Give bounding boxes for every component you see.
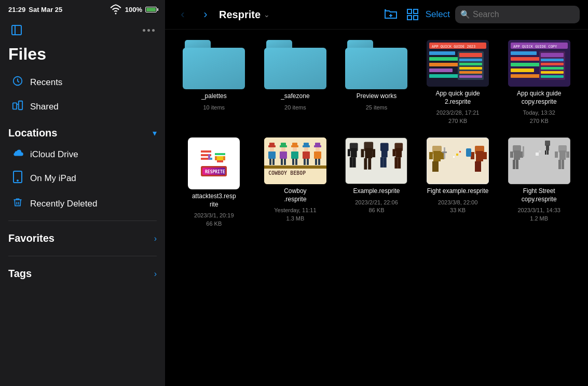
svg-rect-18 <box>429 51 455 55</box>
file-meta-example: 2023/2/21, 22:0686 KB <box>355 199 398 215</box>
file-item-preview-works[interactable]: Preview works 25 items <box>340 40 413 125</box>
svg-rect-64 <box>269 159 271 165</box>
svg-rect-109 <box>396 148 402 157</box>
svg-rect-130 <box>459 151 461 153</box>
folder-dropdown-chevron[interactable]: ⌄ <box>264 10 270 19</box>
svg-rect-87 <box>314 151 321 159</box>
svg-rect-75 <box>291 151 298 159</box>
sidebar-tags-section[interactable]: Tags › <box>0 260 165 287</box>
svg-rect-79 <box>304 143 309 147</box>
battery-icon <box>145 7 157 12</box>
svg-rect-139 <box>523 146 524 157</box>
svg-rect-33 <box>511 51 537 55</box>
file-item-attacktest3[interactable]: RESPRITE attacktest3.resprite 2023/3/1, … <box>177 137 251 228</box>
svg-rect-73 <box>292 143 297 147</box>
shared-icon <box>11 100 24 114</box>
file-item-palettes[interactable]: _palettes 10 items <box>177 40 251 125</box>
thumb-fight-street-copy <box>508 137 570 184</box>
file-item-app-quick-guide-2[interactable]: APP QUICK GUIDE 2023 App quick guide 2.r… <box>421 40 495 125</box>
svg-rect-111 <box>398 157 401 169</box>
svg-rect-46 <box>201 150 211 153</box>
forward-button[interactable]: › <box>196 5 215 24</box>
file-name-fight-example: Fight example.resprite <box>427 187 489 196</box>
svg-rect-89 <box>318 159 320 165</box>
svg-rect-26 <box>459 63 482 65</box>
svg-rect-143 <box>562 160 564 169</box>
svg-text:COWBOY BEBOP: COWBOY BEBOP <box>268 170 306 176</box>
file-meta-fight-street-copy: 2023/3/11, 14:331.2 MB <box>517 206 560 223</box>
svg-rect-29 <box>459 75 482 78</box>
svg-rect-86 <box>316 147 320 151</box>
svg-rect-125 <box>478 161 481 172</box>
svg-rect-85 <box>315 143 320 147</box>
file-item-cowboy[interactable]: COWBOY BEBOP Cowboy.resprite Yesterday, … <box>259 137 332 228</box>
thumb-cowboy: COWBOY BEBOP <box>264 137 326 184</box>
search-wrap: 🔍 <box>455 6 580 23</box>
svg-rect-134 <box>514 150 520 160</box>
folder-thumb-palettes <box>183 40 245 89</box>
svg-rect-14 <box>414 16 418 20</box>
file-item-fight-street-copy[interactable]: Fight Street copy.resprite 2023/3/11, 14… <box>502 137 576 228</box>
svg-rect-131 <box>453 156 455 158</box>
svg-rect-44 <box>541 75 564 78</box>
svg-rect-42 <box>541 67 564 70</box>
trash-icon <box>11 196 24 211</box>
file-meta-app-quick-guide-2: 2023/2/28, 17:21270 KB <box>436 109 480 125</box>
svg-point-7 <box>17 180 18 181</box>
sidebar-title: Files <box>0 43 165 70</box>
svg-rect-41 <box>541 63 564 65</box>
select-button[interactable]: Select <box>426 9 450 20</box>
svg-rect-105 <box>381 148 388 157</box>
sidebar-toggle-button[interactable] <box>8 22 25 38</box>
sidebar-item-recently-deleted[interactable]: Recently Deleted <box>3 191 162 216</box>
file-item-fight-example[interactable]: Fight example.resprite 2023/3/8, 22:0033… <box>421 137 495 228</box>
svg-rect-99 <box>365 148 373 158</box>
svg-rect-28 <box>459 71 482 74</box>
sidebar-item-icloud[interactable]: iCloud Drive <box>3 143 162 166</box>
svg-rect-103 <box>373 149 376 157</box>
top-bar-actions: Select 🔍 <box>382 6 580 23</box>
svg-rect-96 <box>353 157 356 168</box>
file-item-example[interactable]: Example.resprite 2023/2/21, 22:0686 KB <box>340 137 413 228</box>
svg-rect-68 <box>281 147 285 151</box>
file-meta-cowboy: Yesterday, 11:111.3 MB <box>274 206 316 223</box>
locations-title: Locations <box>8 127 57 139</box>
svg-rect-12 <box>414 9 418 13</box>
file-item-safezone[interactable]: _safezone 20 items <box>259 40 332 125</box>
sidebar-favorites-section[interactable]: Favorites › <box>0 225 165 252</box>
svg-rect-115 <box>433 151 441 161</box>
locations-chevron: ▾ <box>153 128 157 138</box>
svg-rect-101 <box>368 158 372 170</box>
sidebar-item-recents[interactable]: Recents <box>3 70 162 94</box>
locations-section-header[interactable]: Locations ▾ <box>0 119 165 143</box>
date: Sat Mar 25 <box>29 6 62 13</box>
thumb-attacktest3: RESPRITE <box>188 137 240 189</box>
more-options-button[interactable] <box>141 27 157 34</box>
file-meta-safezone: 20 items <box>284 104 306 112</box>
svg-rect-48 <box>201 158 208 160</box>
grid-view-button[interactable] <box>405 7 420 22</box>
add-folder-button[interactable] <box>382 7 400 22</box>
file-item-app-quick-guide-copy[interactable]: APP QUICK GUIDE COPY App quick guide cop… <box>502 40 576 125</box>
svg-rect-27 <box>459 67 482 70</box>
divider-1 <box>8 220 157 221</box>
status-left: 21:29 Sat Mar 25 <box>8 6 62 13</box>
sidebar-item-shared[interactable]: Shared <box>3 94 162 119</box>
recents-icon <box>11 75 24 89</box>
svg-rect-136 <box>516 160 518 169</box>
favorites-title: Favorites <box>8 232 54 244</box>
search-input[interactable] <box>455 6 580 23</box>
svg-rect-80 <box>304 147 308 151</box>
back-button[interactable]: ‹ <box>173 5 192 24</box>
svg-rect-97 <box>348 149 350 156</box>
svg-rect-55 <box>217 160 223 162</box>
tags-chevron: › <box>154 269 157 279</box>
sidebar-item-ipad[interactable]: On My iPad <box>3 166 162 191</box>
thumb-example <box>345 137 407 184</box>
main-content: ‹ › Resprite ⌄ <box>165 0 588 386</box>
svg-rect-124 <box>475 161 478 172</box>
svg-rect-10 <box>385 9 386 11</box>
recents-label: Recents <box>30 77 62 88</box>
svg-rect-24 <box>459 53 482 57</box>
svg-rect-40 <box>541 59 564 61</box>
